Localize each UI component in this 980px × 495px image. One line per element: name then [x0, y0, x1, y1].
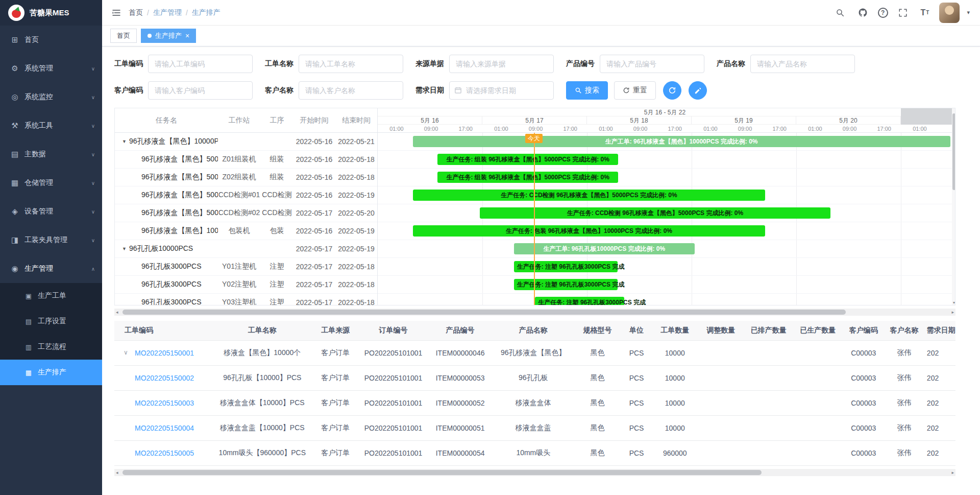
task-bar[interactable]: 生产任务: 组装 96孔移液盒【黑色】5000PCS 完成比例: 0% [437, 154, 618, 165]
work-order-row[interactable]: ∨MO202205150001移液盒【黑色】10000个客户订单PO202205… [114, 340, 955, 365]
topbar: 首页/生产管理/生产排产 ? TT ▾ [102, 0, 980, 26]
order-cell: 张伟 [885, 340, 924, 365]
order-cell: 10mm吸头【960000】PCS [213, 440, 312, 465]
filter-input[interactable] [148, 81, 253, 100]
gantt-vertical-scrollbar-thumb[interactable] [952, 113, 955, 190]
work-order-row[interactable]: MO202205150004移液盒盒盖【10000】PCS客户订单PO20220… [114, 415, 955, 440]
time-tick: 09:00 [529, 125, 543, 133]
sidebar-item-2[interactable]: ◎系统监控∨ [0, 83, 102, 111]
time-tick: 01:00 [913, 125, 927, 133]
collapse-arrow-icon[interactable]: ▼ [122, 139, 127, 144]
order-code-link[interactable]: MO202205150001 [135, 349, 194, 357]
scroll-left-arrow-icon[interactable]: ◂ [116, 309, 118, 316]
sidebar-item-1[interactable]: ⚙系统管理∨ [0, 54, 102, 83]
gantt-task-row[interactable]: 96孔孔板3000PCSY02注塑机注塑2022-05-172022-05-18 [115, 276, 377, 294]
sidebar-item-3[interactable]: ⚒系统工具∨ [0, 111, 102, 140]
help-icon[interactable]: ? [878, 8, 888, 18]
main-area: 首页/生产管理/生产排产 ? TT ▾ 首页生产排产× 工单编码工单名称来源单据… [102, 0, 980, 495]
gantt-task-row[interactable]: 96孔移液盒【黑色】5000PCSZ02组装机组装2022-05-162022-… [115, 169, 377, 186]
task-bar[interactable]: 生产任务: 注塑 96孔孔板3000PCS 完成 [535, 297, 624, 305]
gantt-column-header: 工序 [260, 116, 293, 125]
orders-horizontal-scrollbar-thumb[interactable] [122, 470, 762, 475]
expand-chevron-icon[interactable]: ∨ [124, 349, 128, 356]
task-bar[interactable]: 生产任务: CCD检测 96孔移液盒【黑色】5000PCS 完成比例: 0% [480, 207, 830, 219]
orders-column-header: 单位 [621, 321, 652, 340]
gantt-task-row[interactable]: ▼96孔移液盒【黑色】10000PCS2022-05-162022-05-21 [115, 133, 377, 151]
order-code-link[interactable]: MO202205150005 [135, 449, 194, 457]
github-icon[interactable] [855, 5, 871, 20]
gantt-vertical-scrollbar[interactable]: ▾ [952, 108, 955, 305]
scroll-left-arrow-icon[interactable]: ◂ [116, 469, 118, 476]
refresh-icon [623, 87, 630, 94]
time-tick: 09:00 [843, 125, 857, 133]
filter-input[interactable] [148, 55, 253, 73]
tab-active[interactable]: 生产排产× [141, 29, 196, 43]
scroll-right-arrow-icon[interactable]: ▸ [951, 469, 954, 476]
sidebar-subitem-2[interactable]: ▥工艺流程 [0, 334, 102, 360]
gantt-task-row[interactable]: ▼96孔孔板10000PCS2022-05-172022-05-19 [115, 240, 377, 258]
tab-close-icon[interactable]: × [185, 32, 189, 39]
gantt-task-row[interactable]: 96孔移液盒【黑色】5000PCSCCD检测#01CCD检测2022-05-16… [115, 186, 377, 204]
gantt-task-row[interactable]: 96孔孔板3000PCSY01注塑机注塑2022-05-172022-05-18 [115, 258, 377, 276]
avatar[interactable] [939, 3, 960, 23]
scroll-down-arrow-icon[interactable]: ▾ [952, 300, 955, 305]
chevron-down-icon: ∨ [91, 180, 95, 186]
filter-input[interactable] [299, 81, 403, 100]
sidebar-item-0[interactable]: ⊞首页 [0, 26, 102, 54]
monitor-icon: ◎ [10, 92, 19, 102]
work-order-row[interactable]: MO20220515000296孔孔板【10000】PCS客户订单PO20220… [114, 365, 955, 390]
gantt-task-row[interactable]: 96孔移液盒【黑色】5000PCSCCD检测#02CCD检测2022-05-17… [115, 204, 377, 222]
gantt-horizontal-scrollbar-thumb[interactable] [122, 310, 846, 315]
reset-button[interactable]: 重置 [614, 81, 656, 100]
order-code-cell: ∨MO202205150001 [114, 340, 213, 365]
sidebar-subitem-3[interactable]: ▦生产排产 [0, 360, 102, 385]
task-bar[interactable]: 生产任务: 组装 96孔移液盒【黑色】5000PCS 完成比例: 0% [437, 172, 618, 183]
font-size-icon[interactable]: TT [918, 5, 933, 20]
orders-horizontal-scrollbar[interactable]: ◂ ▸ [114, 469, 955, 476]
gantt-task-row[interactable]: 96孔孔板3000PCSY03注塑机注塑2022-05-172022-05-18 [115, 294, 377, 305]
gantt-column-header: 结束时间 [335, 116, 378, 125]
orders-header-row: 工单编码工单名称工单来源订单编号产品编号产品名称规格型号单位工单数量调整数量已排… [114, 321, 955, 340]
breadcrumb-item[interactable]: 生产管理 [153, 8, 182, 17]
sidebar-item-4[interactable]: ▤主数据∨ [0, 140, 102, 169]
sidebar-subitem-0[interactable]: ▣生产工单 [0, 283, 102, 309]
sidebar-item-5[interactable]: ▦仓储管理∨ [0, 169, 102, 197]
task-bar[interactable]: 生产任务: 注塑 96孔孔板3000PCS 完成 [514, 261, 618, 272]
sidebar-subitem-1[interactable]: ▤工序设置 [0, 309, 102, 334]
breadcrumb-item[interactable]: 生产排产 [192, 8, 220, 17]
process-cell: CCD检测 [260, 191, 293, 200]
task-bar[interactable]: 生产任务: 注塑 96孔孔板3000PCS 完成 [514, 279, 618, 290]
process-cell: CCD检测 [260, 208, 293, 218]
work-order-row[interactable]: MO202205150003移液盒盒体【10000】PCS客户订单PO20220… [114, 390, 955, 415]
user-menu-caret-icon[interactable]: ▾ [967, 9, 970, 16]
scroll-right-arrow-icon[interactable]: ▸ [951, 309, 954, 316]
fullscreen-icon[interactable] [895, 5, 911, 20]
search-icon[interactable] [832, 5, 848, 20]
collapse-arrow-icon[interactable]: ▼ [122, 246, 127, 251]
demand-date-input[interactable] [449, 81, 554, 100]
time-tick: 01:00 [703, 125, 718, 133]
task-bar[interactable]: 生产任务: CCD检测 96孔移液盒【黑色】5000PCS 完成比例: 0% [413, 190, 766, 201]
task-bar[interactable]: 生产任务: 包装 96孔移液盒【黑色】10000PCS 完成比例: 0% [413, 225, 766, 237]
work-order-bar[interactable]: 生产工单: 96孔移液盒【黑色】10000PCS 完成比例: 0% [413, 136, 950, 147]
work-order-bar[interactable]: 生产工单: 96孔孔板10000PCS 完成比例: 0% [514, 243, 695, 254]
sidebar-toggle-icon[interactable] [108, 5, 125, 21]
filter-input[interactable] [750, 55, 855, 73]
filter-input[interactable] [600, 55, 704, 73]
tab-item[interactable]: 首页 [110, 29, 137, 43]
gantt-task-row[interactable]: 96孔移液盒【黑色】5000PCSZ01组装机组装2022-05-162022-… [115, 151, 377, 169]
search-button[interactable]: 搜索 [566, 81, 608, 100]
sidebar-item-6[interactable]: ◈设备管理∨ [0, 197, 102, 226]
gantt-refresh-button[interactable] [663, 81, 681, 100]
order-code-link[interactable]: MO202205150004 [135, 424, 194, 432]
gantt-horizontal-scrollbar[interactable]: ◂ ▸ [114, 309, 955, 316]
sidebar-item-7[interactable]: ◨工装夹具管理∨ [0, 226, 102, 254]
filter-input[interactable] [299, 55, 403, 73]
filter-input[interactable] [449, 55, 554, 73]
work-order-row[interactable]: MO20220515000510mm吸头【960000】PCS客户订单PO202… [114, 440, 955, 465]
order-code-link[interactable]: MO202205150002 [135, 374, 194, 382]
order-code-link[interactable]: MO202205150003 [135, 399, 194, 407]
gantt-task-row[interactable]: 96孔移液盒【黑色】10000PCS包装机包装2022-05-162022-05… [115, 222, 377, 240]
sidebar-item-8[interactable]: ◉生产管理∧ [0, 254, 102, 283]
gantt-edit-button[interactable] [689, 81, 707, 100]
